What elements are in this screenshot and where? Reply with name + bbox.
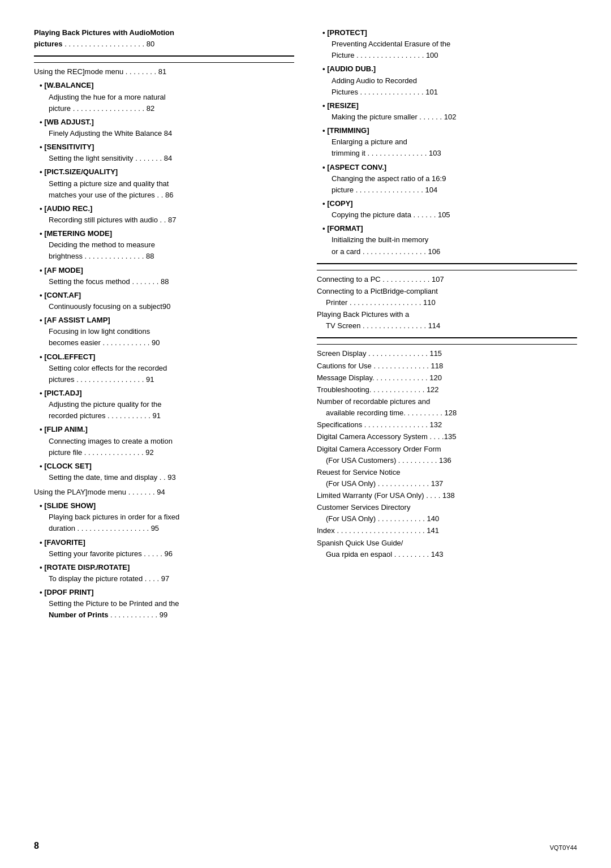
divider xyxy=(317,263,577,264)
list-item: Spanish Quick Use Guide/ Gua rpida en es… xyxy=(317,538,577,560)
entry-dots: . . . . . . . . . . . . . . . . . . xyxy=(71,104,147,113)
list-item: Playing Back Pictures with a TV Screen .… xyxy=(317,309,577,332)
entry-sub2: or a card xyxy=(332,247,360,256)
entry-dots: . . . . . . . . . . . . . . xyxy=(372,373,429,382)
entry-page: 84 xyxy=(164,154,172,162)
list-item: • [FAVORITE] Setting your favorite pictu… xyxy=(40,537,294,560)
entry-sub2: Pictures xyxy=(332,88,358,96)
entry-title: Cautions for Use xyxy=(317,362,372,370)
list-item: • [PICT.SIZE/QUALITY] Setting a picture … xyxy=(40,166,294,200)
entry-label: • [AF MODE] xyxy=(40,266,83,274)
entry-sub2: duration xyxy=(49,524,75,532)
entry-label: • [DPOF PRINT] xyxy=(40,588,94,596)
entry-sub: Setting your favorite pictures xyxy=(49,549,142,558)
list-item: • [COL.EFFECT] Setting color effects for… xyxy=(40,351,294,385)
entry-sub: Setting the date, time and display xyxy=(49,473,157,482)
divider-thin xyxy=(34,62,294,63)
entry-page: 88 xyxy=(161,277,169,286)
entry-page: 105 xyxy=(438,210,450,219)
list-item: Connecting to a PictBridge-compliant Pri… xyxy=(317,286,577,308)
entry-page: 92 xyxy=(145,448,153,457)
entry-sub2: picture xyxy=(49,104,71,113)
entry-page: 107 xyxy=(432,275,444,283)
list-item: Reuest for Service Notice (For USA Only)… xyxy=(317,467,577,489)
entry-dots: . . . . . . . . . . xyxy=(396,456,439,465)
entry-subtitle: pictures xyxy=(34,40,63,48)
list-item: Number of recordable pictures and availa… xyxy=(317,396,577,419)
entry-page: 94 xyxy=(157,488,165,496)
entry-title: Using the REC]mode menu xyxy=(34,67,123,76)
entry-sub: Enlarging a picture and xyxy=(332,137,407,146)
entry-sub: Connecting images to create a motion xyxy=(49,437,173,445)
entry-dots: . . . . . . xyxy=(411,210,438,219)
entry-page: 120 xyxy=(429,373,442,382)
entry-page: 95 xyxy=(151,524,159,532)
entry-title: Index xyxy=(317,526,335,535)
list-item: • [AF ASSIST LAMP] Focusing in low light… xyxy=(40,315,294,349)
entry-dots: . . . . . . . . . . . . . . xyxy=(372,362,431,370)
entry-dots: . . . . . . . . . . . . . . . . . xyxy=(354,186,425,194)
list-item: • [AUDIO REC.] Recording still pictures … xyxy=(40,203,294,226)
entry-sub: Recording still pictures with audio xyxy=(49,216,158,224)
list-item: • [ASPECT CONV.] Changing the aspect rat… xyxy=(322,162,577,196)
entry-dots: . . . . . . . . . . . . xyxy=(101,338,152,347)
entry-label: • [PICT.ADJ] xyxy=(40,389,82,397)
entry-dots: . . . . xyxy=(143,574,161,583)
entry-sub: Adjusting the hue for a more natural xyxy=(49,93,166,101)
entry-dots: . . . . xyxy=(424,491,443,500)
entry-label: • [W.BALANCE] xyxy=(40,81,94,89)
entry-sub: (For USA Only) xyxy=(326,514,376,523)
entry-page: 106 xyxy=(428,247,441,256)
entry-page: 128 xyxy=(445,409,457,417)
list-item: Screen Display . . . . . . . . . . . . .… xyxy=(317,348,577,359)
divider-thin xyxy=(317,344,577,345)
entry-sub2: brightness xyxy=(49,252,83,260)
entry-title: Connecting to a PC xyxy=(317,275,381,283)
entry-page: 88 xyxy=(146,252,154,260)
entry-label: • [COPY] xyxy=(322,199,353,208)
entry-label: • [COL.EFFECT] xyxy=(40,353,95,361)
entry-dots: . . . . . . . . . . . . . . . . . . . . … xyxy=(335,526,427,535)
list-item: • [METERING MODE] Deciding the method to… xyxy=(40,228,294,262)
entry-page: 87 xyxy=(168,216,176,224)
entry-page: 137 xyxy=(431,479,444,488)
list-item: • [SLIDE SHOW] Playing back pictures in … xyxy=(40,500,294,534)
entry-sub: (For USA Customers) xyxy=(326,456,396,465)
entry-page: 104 xyxy=(425,186,437,194)
entry-page: 100 xyxy=(426,51,438,59)
entry-sub2: Number of Prints xyxy=(49,611,108,619)
page: Playing Back Pictures with AudioMotion p… xyxy=(0,0,611,868)
entry-label: • [ROTATE DISP./ROTATE] xyxy=(40,563,130,571)
list-item: • [WB ADJUST.] Finely Adjusting the Whit… xyxy=(40,117,294,139)
entry-page: 114 xyxy=(428,321,441,330)
entry-title: Connecting to a PictBridge-compliant xyxy=(317,287,438,295)
entry-sub: TV Screen xyxy=(326,321,360,330)
entry-dots: . . . . . . . . . . . . . . . . xyxy=(360,321,428,330)
entry-label: • [RESIZE] xyxy=(322,101,359,110)
list-item: Limited Warranty (For USA Only) . . . . … xyxy=(317,490,577,501)
entry-page: 115 xyxy=(429,349,442,358)
entry-label: • [FLIP ANIM.] xyxy=(40,425,88,433)
entry-label: • [FAVORITE] xyxy=(40,538,85,547)
entry-sub: Setting a picture size and quality that xyxy=(49,179,169,188)
list-item: • [CLOCK SET] Setting the date, time and… xyxy=(40,461,294,483)
entry-dots: . . . . . . . . . . . . . . . . xyxy=(360,247,428,256)
list-item: • [DPOF PRINT] Setting the Picture to be… xyxy=(40,587,294,621)
list-item: • [W.BALANCE] Adjusting the hue for a mo… xyxy=(40,80,294,114)
list-item: • [ROTATE DISP./ROTATE] To display the p… xyxy=(40,562,294,585)
entry-dots: . . . . . . . . . . . . xyxy=(381,275,432,283)
entry-title: Spanish Quick Use Guide/ xyxy=(317,539,403,547)
entry-dots: . . xyxy=(157,473,167,482)
entry-page: 118 xyxy=(431,362,444,370)
entry-dots: . . . . . . . . . . . . . . . xyxy=(366,349,429,358)
entry-sub: Changing the aspect ratio of a 16:9 xyxy=(332,174,446,183)
entry-title: Reuest for Service Notice xyxy=(317,468,400,476)
entry-dots: . . . . . . . . . . . . . . . . . xyxy=(354,51,425,59)
entry-sub: available recording time. xyxy=(326,409,406,417)
entry-title: Number of recordable pictures and xyxy=(317,397,430,406)
entry-sub2: recorded pictures xyxy=(49,411,105,420)
list-item: • [FORMAT] Initializing the built-in mem… xyxy=(322,223,577,257)
page-footer: 8 VQT0Y44 xyxy=(34,841,577,851)
entry-dots: . . . . . . . xyxy=(130,277,161,286)
entry-label: • [PICT.SIZE/QUALITY] xyxy=(40,167,118,176)
